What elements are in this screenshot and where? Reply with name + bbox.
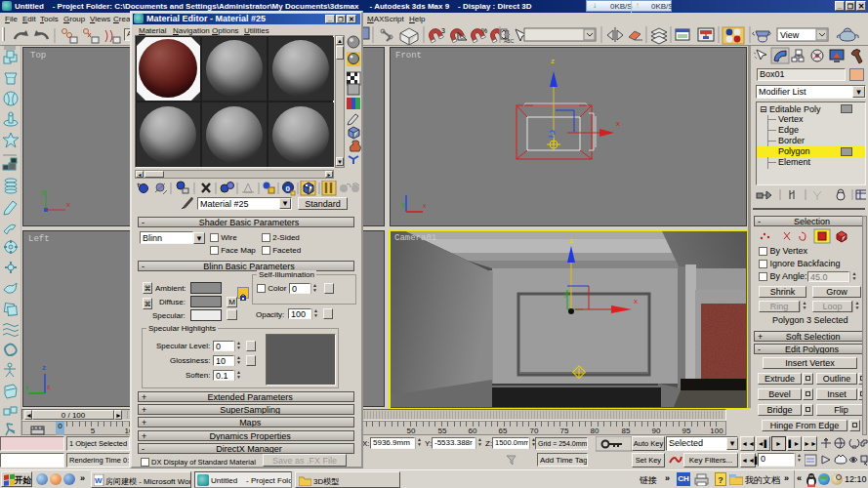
svg-text:y: y [41, 187, 45, 196]
svg-text:80: 80 [591, 427, 599, 435]
svg-text:ABC: ABC [504, 38, 515, 44]
svg-text:100: 100 [710, 427, 723, 435]
svg-text:x: x [634, 297, 638, 305]
svg-text:90: 90 [652, 427, 661, 435]
svg-text:95: 95 [682, 427, 691, 435]
svg-text:3: 3 [441, 27, 445, 34]
svg-text:60: 60 [469, 427, 477, 435]
svg-text:50: 50 [407, 427, 416, 435]
svg-text:W: W [95, 476, 103, 485]
svg-text:65: 65 [499, 427, 508, 435]
svg-text:70: 70 [530, 427, 539, 435]
svg-text:x: x [47, 384, 51, 390]
svg-text:x: x [616, 119, 620, 128]
svg-text:0: 0 [286, 184, 291, 193]
svg-text:y: y [401, 201, 405, 209]
svg-text:z: z [551, 57, 555, 65]
svg-text:y: y [564, 290, 568, 298]
svg-text:z: z [42, 363, 46, 372]
svg-text:z: z [569, 236, 573, 245]
svg-text:85: 85 [622, 427, 631, 435]
svg-text:x: x [423, 202, 427, 209]
svg-text:y: y [25, 384, 29, 391]
svg-text:55: 55 [438, 427, 447, 435]
svg-text:75: 75 [560, 427, 569, 435]
svg-text:%: % [481, 27, 487, 34]
svg-text:5: 5 [91, 427, 96, 435]
svg-text:View: View [780, 30, 800, 40]
svg-text:x: x [66, 200, 70, 209]
